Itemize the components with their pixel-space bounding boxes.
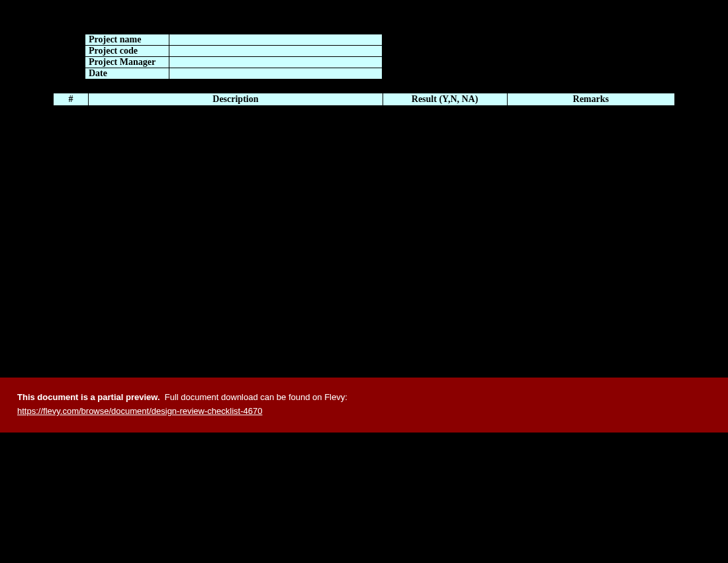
banner-link[interactable]: https://flevy.com/browse/document/design… — [17, 406, 262, 416]
checklist-col-num: # — [54, 93, 89, 106]
preview-banner: This document is a partial preview. Full… — [0, 378, 728, 433]
banner-strong-text: This document is a partial preview. — [17, 392, 160, 402]
info-row-project-code: Project code — [85, 46, 383, 57]
checklist-col-remarks: Remarks — [507, 93, 674, 106]
info-row-project-manager: Project Manager — [85, 57, 383, 68]
page-root: Project name Project code Project Manage… — [0, 0, 728, 563]
checklist-col-result: Result (Y,N, NA) — [383, 93, 507, 106]
info-label: Project name — [85, 34, 169, 46]
banner-line1: This document is a partial preview. Full… — [17, 392, 711, 402]
info-value[interactable] — [169, 46, 383, 57]
checklist-table: # Description Result (Y,N, NA) Remarks — [53, 93, 675, 106]
info-label: Project code — [85, 46, 169, 57]
info-label: Date — [85, 68, 169, 79]
project-info-table: Project name Project code Project Manage… — [85, 34, 383, 79]
info-label: Project Manager — [85, 57, 169, 68]
info-value[interactable] — [169, 68, 383, 79]
info-value[interactable] — [169, 34, 383, 46]
info-row-project-name: Project name — [85, 34, 383, 46]
banner-line2: https://flevy.com/browse/document/design… — [17, 406, 711, 416]
checklist-col-description: Description — [89, 93, 383, 106]
checklist-header-row: # Description Result (Y,N, NA) Remarks — [54, 93, 675, 106]
info-value[interactable] — [169, 57, 383, 68]
info-row-date: Date — [85, 68, 383, 79]
banner-followup-text: Full document download can be found on F… — [165, 392, 347, 402]
